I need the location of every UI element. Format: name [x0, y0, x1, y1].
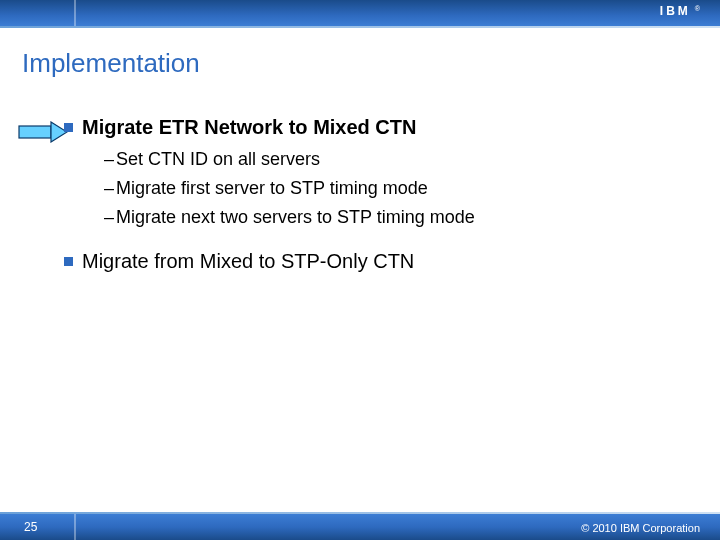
sub-bullet: –Migrate next two servers to STP timing … [104, 207, 690, 228]
footer-divider [74, 514, 76, 540]
footer-bar: 25 © 2010 IBM Corporation [0, 514, 720, 540]
sub-bullet-text: Migrate next two servers to STP timing m… [116, 207, 475, 227]
ibm-logo: IBM ® [660, 4, 700, 18]
registered-mark: ® [695, 5, 700, 12]
highlight-arrow-icon [18, 121, 68, 143]
header-divider [74, 0, 76, 26]
copyright-text: © 2010 IBM Corporation [581, 522, 700, 534]
ibm-logo-text: IBM [660, 4, 691, 18]
sub-bullet: –Migrate first server to STP timing mode [104, 178, 690, 199]
bullet-text: Migrate ETR Network to Mixed CTN [82, 116, 416, 139]
svg-rect-0 [19, 126, 51, 138]
sub-bullet: –Set CTN ID on all servers [104, 149, 690, 170]
sub-bullet-text: Set CTN ID on all servers [116, 149, 320, 169]
bullet-square-icon [64, 257, 73, 266]
bullet-text: Migrate from Mixed to STP-Only CTN [82, 250, 414, 273]
bullet-square-icon [64, 123, 73, 132]
page-title: Implementation [22, 48, 200, 79]
slide: IBM ® Implementation Migrate ETR Network… [0, 0, 720, 540]
bullet-item: Migrate ETR Network to Mixed CTN [64, 116, 690, 139]
content-area: Migrate ETR Network to Mixed CTN –Set CT… [64, 116, 690, 283]
sub-bullet-text: Migrate first server to STP timing mode [116, 178, 428, 198]
header-bar: IBM ® [0, 0, 720, 26]
page-number: 25 [24, 520, 37, 534]
header-underline [0, 26, 720, 28]
bullet-item: Migrate from Mixed to STP-Only CTN [64, 250, 690, 273]
